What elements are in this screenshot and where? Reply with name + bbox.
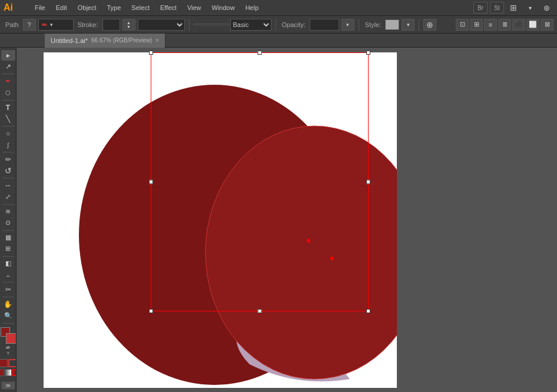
color-swatch-area (0, 327, 16, 343)
tools-panel: ▸ ↗ ✒ ⬡ T ╲ ○ ∫ ✏ ↺ ↔ ⤢ ≋ ⊙ ▦ ⊞ ◧ ⫠ ✂ ✋ … (0, 48, 16, 392)
artwork-svg (44, 52, 397, 388)
style-swatch[interactable] (385, 19, 399, 30)
stroke-input[interactable] (102, 19, 120, 31)
tool-sep-1 (2, 74, 14, 74)
arrange-btn4[interactable]: ⬛ (512, 19, 525, 31)
menu-view[interactable]: View (183, 3, 205, 12)
menu-edit[interactable]: Edit (52, 3, 71, 12)
menu-file[interactable]: File (31, 3, 49, 12)
expand-tools-btn[interactable]: ≫ (1, 381, 15, 390)
style-dropdown-btn[interactable]: ▾ (402, 19, 415, 31)
color-mode-none[interactable] (12, 369, 17, 376)
stroke-up-down[interactable]: ▲▼ (122, 19, 135, 31)
opacity-input[interactable]: 100% (310, 19, 339, 31)
stroke-select[interactable] (138, 19, 185, 31)
menu-bar: Ai File Edit Object Type Select Effect V… (0, 0, 557, 16)
arrange-btn5[interactable]: ⬜ (526, 19, 539, 31)
tool-sep-7 (2, 230, 14, 231)
menu-select[interactable]: Select (127, 3, 154, 12)
canvas-area (16, 48, 557, 392)
menu-object[interactable]: Object (74, 3, 101, 12)
arrange-buttons: ⊡ ⊞ ≡ ≣ ⬛ ⬜ ⊠ (456, 19, 553, 31)
search-icon[interactable]: ⊛ (539, 2, 553, 14)
paintbrush-tool[interactable]: ∫ (1, 139, 15, 150)
reflect-tool[interactable]: ↔ (1, 180, 15, 191)
gradient-tool[interactable]: ◧ (1, 258, 15, 269)
menu-effect[interactable]: Effect (156, 3, 181, 12)
artboard (44, 52, 397, 388)
tool-sep-6 (2, 204, 14, 205)
center-dot-2 (330, 257, 334, 260)
select-tool[interactable]: ▸ (1, 50, 15, 61)
direct-select-tool[interactable]: ↗ (1, 61, 15, 72)
color-mode-gradient[interactable] (5, 369, 12, 376)
tool-sep-11 (2, 323, 14, 324)
menu-help[interactable]: Help (241, 3, 263, 12)
arrange-btn6[interactable]: ⊠ (541, 19, 553, 31)
tool-sep-5 (2, 178, 14, 178)
path-options-btn[interactable]: ? (23, 19, 36, 31)
path-label: Path (4, 21, 21, 28)
style-label: Style: (363, 21, 383, 28)
workspace-dropdown-icon[interactable]: ▾ (523, 2, 537, 14)
artboard-btn[interactable]: ⊡ (456, 19, 469, 31)
tab-subtitle: 66.67% (RGB/Preview) (91, 37, 152, 44)
separator-3 (359, 19, 359, 31)
center-dot-1 (307, 239, 310, 242)
pencil-tool[interactable]: ✏ (1, 154, 15, 165)
tool-sep-8 (2, 256, 14, 257)
arrange-btn2[interactable]: ≡ (484, 19, 497, 31)
tool-sep-2 (2, 100, 14, 101)
app-logo: Ai (4, 2, 24, 13)
fill-mode-btn[interactable] (0, 359, 8, 367)
tool-sep-4 (2, 152, 14, 152)
mesh-tool[interactable]: ⊞ (1, 244, 15, 254)
arrange-btn1[interactable]: ⊞ (470, 19, 483, 31)
document-tab[interactable]: Untitled-1.ai* 66.67% (RGB/Preview) × (45, 34, 165, 48)
color-mode-solid[interactable] (0, 369, 4, 376)
stroke-label: Stroke: (76, 21, 100, 28)
ellipse-tool[interactable]: ○ (1, 128, 15, 139)
scale-tool[interactable]: ⤢ (1, 191, 15, 202)
fill-stroke-mode (0, 359, 16, 367)
menu-app-icons: Br St ⊞ ▾ ⊛ (473, 2, 553, 14)
tab-close-btn[interactable]: × (155, 37, 159, 44)
main-area: ▸ ↗ ✒ ⬡ T ╲ ○ ∫ ✏ ↺ ↔ ⤢ ≋ ⊙ ▦ ⊞ ◧ ⫠ ✂ ✋ … (0, 48, 557, 392)
tab-bar: Untitled-1.ai* 66.67% (RGB/Preview) × (0, 34, 557, 48)
separator-2 (276, 19, 276, 31)
swap-colors-btn[interactable]: ⇄ (6, 345, 10, 350)
rotate-tool[interactable]: ↺ (1, 165, 15, 176)
tool-sep-3 (2, 126, 14, 127)
separator-4 (419, 19, 419, 31)
web-btn[interactable]: ⊕ (423, 19, 436, 31)
symbol-tool[interactable]: ⊙ (1, 218, 15, 228)
stroke-style-select[interactable]: Basic (230, 19, 271, 31)
stroke-preview (194, 24, 229, 25)
eyedropper-tool[interactable]: ⫠ (1, 270, 15, 280)
line-tool[interactable]: ╲ (1, 114, 15, 124)
zoom-tool[interactable]: 🔍 (1, 310, 15, 321)
type-tool[interactable]: T (1, 102, 15, 112)
hand-tool[interactable]: ✋ (1, 299, 15, 310)
fill-dropdown[interactable]: ✒ ▾ (38, 19, 74, 31)
column-graph-tool[interactable]: ▦ (1, 232, 15, 243)
stock-icon[interactable]: St (490, 2, 504, 14)
tab-title: Untitled-1.ai* (51, 37, 88, 44)
opacity-dropdown-btn[interactable]: ▾ (342, 19, 354, 31)
anchor-tool[interactable]: ⬡ (1, 87, 15, 98)
arrange-btn3[interactable]: ≣ (498, 19, 511, 31)
menu-type[interactable]: Type (103, 3, 125, 12)
stroke-mode-btn[interactable] (8, 359, 16, 367)
opacity-label: Opacity: (280, 21, 307, 28)
workspace-icon[interactable]: ⊞ (506, 2, 520, 14)
options-toolbar: Path ? ✒ ▾ Stroke: ▲▼ Basic Opacity: 100… (0, 16, 557, 34)
stroke-color-swatch[interactable] (6, 334, 16, 343)
scissors-tool[interactable]: ✂ (1, 284, 15, 295)
separator-1 (189, 19, 190, 31)
bridge-icon[interactable]: Br (473, 2, 488, 14)
question-mark[interactable]: ? (6, 351, 9, 356)
tool-sep-10 (2, 297, 14, 297)
menu-window[interactable]: Window (208, 3, 239, 12)
blend-tool[interactable]: ≋ (1, 206, 15, 217)
pen-tool[interactable]: ✒ (1, 76, 15, 87)
